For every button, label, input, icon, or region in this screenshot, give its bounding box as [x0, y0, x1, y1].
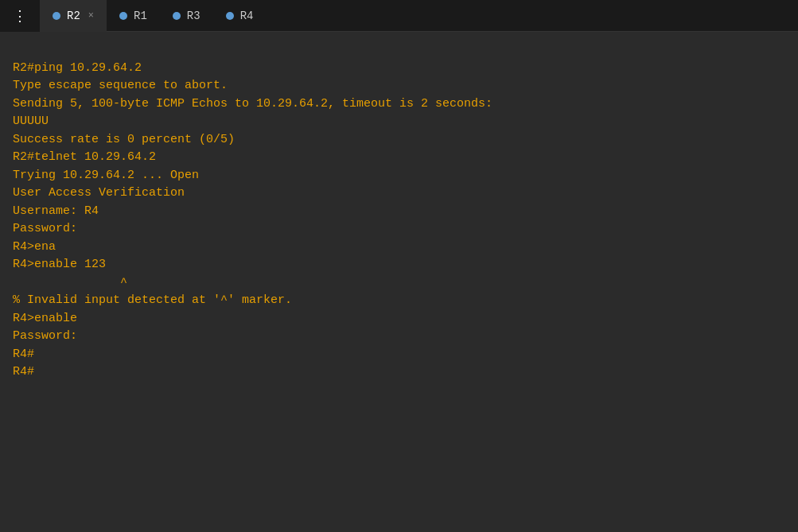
- tab-dot-r3: [173, 12, 181, 20]
- terminal-line: R2#telnet 10.29.64.2: [13, 149, 785, 167]
- tab-dot-r4: [226, 12, 234, 20]
- tab-label-r4: R4: [240, 10, 254, 22]
- tab-label-r1: R1: [134, 10, 147, 22]
- terminal-line: % Invalid input detected at '^' marker.: [13, 292, 785, 310]
- tab-label-r3: R3: [187, 10, 200, 22]
- tab-r4[interactable]: R4: [213, 0, 267, 32]
- top-bar: ⋮ R2×R1R3R4: [0, 0, 798, 32]
- tab-label-r2: R2: [67, 10, 80, 22]
- terminal-line: Type escape sequence to abort.: [13, 77, 785, 95]
- terminal-line: Password:: [13, 220, 785, 239]
- terminal-line: Trying 10.29.64.2 ... Open: [13, 167, 785, 185]
- tab-r1[interactable]: R1: [107, 0, 160, 32]
- tab-r2[interactable]: R2×: [40, 0, 107, 32]
- terminal-line: UUUUU: [13, 113, 785, 131]
- terminal-line: Success rate is 0 percent (0/5): [13, 131, 785, 150]
- terminal-line: Username: R4: [13, 203, 785, 221]
- tabs-container: R2×R1R3R4: [40, 0, 798, 32]
- terminal-line: Sending 5, 100-byte ICMP Echos to 10.29.…: [13, 95, 785, 114]
- terminal-line: R4#: [13, 363, 785, 382]
- terminal-line: ^: [13, 274, 785, 293]
- terminal-line: R4>enable: [13, 310, 785, 328]
- terminal-line: R4>enable 123: [13, 256, 785, 274]
- terminal: R2#ping 10.29.64.2Type escape sequence t…: [0, 32, 798, 532]
- menu-button[interactable]: ⋮: [0, 0, 40, 32]
- terminal-line: R4#: [13, 346, 785, 364]
- tab-close-r2[interactable]: ×: [88, 11, 94, 21]
- menu-icon: ⋮: [13, 7, 27, 25]
- tab-r3[interactable]: R3: [160, 0, 213, 32]
- terminal-line: R2#ping 10.29.64.2: [13, 60, 785, 78]
- terminal-line: Password:: [13, 328, 785, 346]
- terminal-line: User Access Verification: [13, 184, 785, 203]
- tab-dot-r1: [119, 12, 127, 20]
- tab-dot-r2: [53, 12, 60, 20]
- terminal-line: R4>ena: [13, 239, 785, 257]
